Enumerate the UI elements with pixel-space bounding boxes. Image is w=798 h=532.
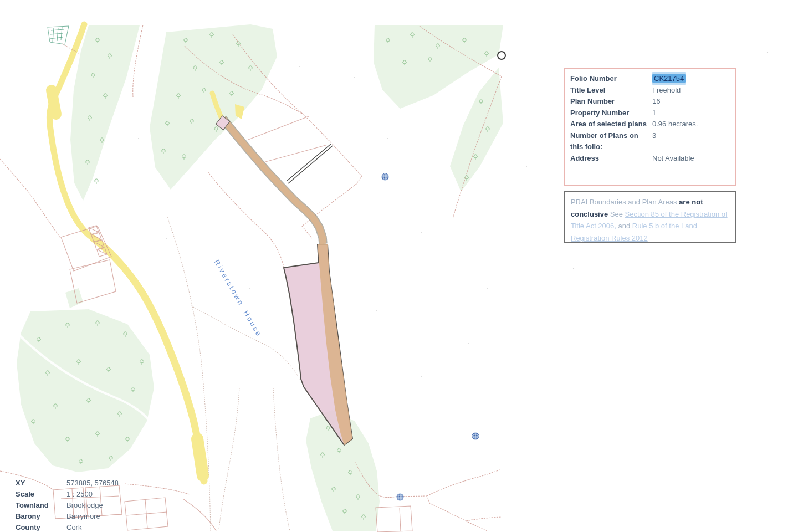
folio-info-panel: Folio Number CK21754 Title Level Freehol… <box>564 68 736 186</box>
survey-marker-icon <box>382 173 389 181</box>
selected-parcel <box>284 244 352 445</box>
scale-value: 1 : 2500 <box>66 489 93 500</box>
county-value: Cork <box>66 522 81 532</box>
map-legend: XY 573885, 576548 Scale 1 : 2500 Townlan… <box>16 478 119 532</box>
townland-label: Townland <box>16 500 66 511</box>
legend-row-townland: Townland Brooklodge <box>16 500 119 511</box>
area-value: 0.96 hectares. <box>652 119 698 130</box>
disclaimer-see: See <box>608 210 625 218</box>
plan-number-label: Plan Number <box>570 96 652 108</box>
scale-label: Scale <box>16 489 66 500</box>
xy-label: XY <box>16 478 66 489</box>
info-row-plan-number: Plan Number 16 <box>570 96 730 108</box>
info-row-area: Area of selected plans 0.96 hectares. <box>570 119 730 130</box>
townland-value: Brooklodge <box>66 500 103 511</box>
well-circle-icon <box>498 52 505 59</box>
info-row-property-number: Property Number 1 <box>570 108 730 119</box>
property-number-label: Property Number <box>570 108 652 119</box>
info-row-title-level: Title Level Freehold <box>570 85 730 96</box>
county-label: County <box>16 522 66 532</box>
plan-count-value: 3 <box>652 130 656 153</box>
info-row-address: Address Not Available <box>570 153 730 165</box>
legend-row-scale: Scale 1 : 2500 <box>16 489 119 500</box>
disclaimer-prefix: PRAI Boundaries and Plan Areas <box>571 198 679 206</box>
info-row-folio: Folio Number CK21754 <box>570 73 730 85</box>
selected-access-lane <box>216 116 323 244</box>
folio-number-label: Folio Number <box>570 73 652 85</box>
barony-label: Barony <box>16 511 66 522</box>
xy-value: 573885, 576548 <box>66 478 119 489</box>
survey-marker-icon <box>472 433 479 440</box>
house-name-label: Riverstown House <box>212 258 263 339</box>
area-label: Area of selected plans <box>570 119 652 130</box>
boundaries-disclaimer-panel: PRAI Boundaries and Plan Areas are not c… <box>564 191 736 243</box>
survey-marker-icon <box>397 494 404 501</box>
plan-count-label: Number of Plans on this folio: <box>570 130 652 153</box>
barony-value: Barrymore <box>66 511 100 522</box>
address-value: Not Available <box>652 153 694 165</box>
title-level-label: Title Level <box>570 85 652 96</box>
legend-row-xy: XY 573885, 576548 <box>16 478 119 489</box>
folio-number-value: CK21754 <box>652 74 686 83</box>
scanned-folio-map-page: { "info_panel": { "rows": [ {"label": "F… <box>0 0 798 532</box>
vegetation-areas <box>17 24 503 531</box>
title-level-value: Freehold <box>652 85 681 96</box>
hatched-plot <box>48 26 69 44</box>
disclaimer-and: and <box>616 222 632 230</box>
legend-row-barony: Barony Barrymore <box>16 511 119 522</box>
property-number-value: 1 <box>652 108 656 119</box>
info-row-plan-count: Number of Plans on this folio: 3 <box>570 130 730 153</box>
plan-number-value: 16 <box>652 96 660 108</box>
legend-row-county: County Cork <box>16 522 119 532</box>
address-label: Address <box>570 153 652 165</box>
